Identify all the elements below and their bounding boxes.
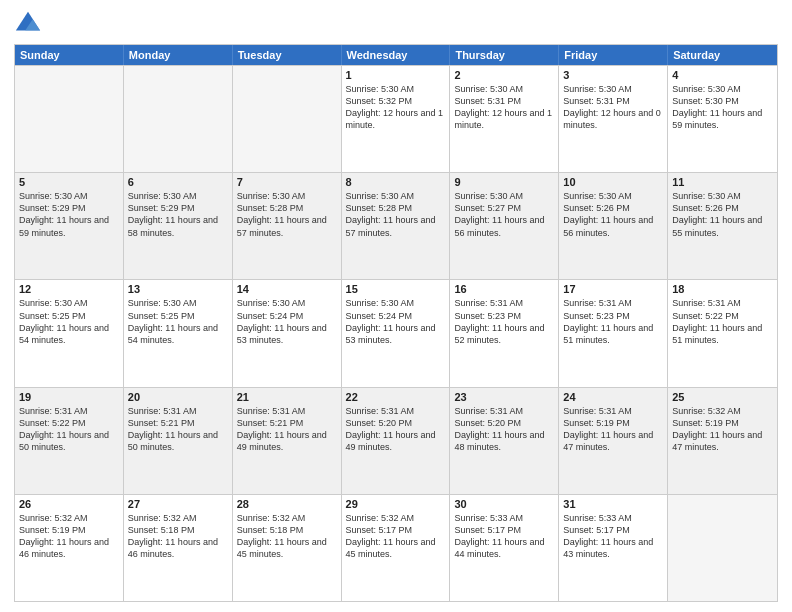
cell-info: Sunrise: 5:30 AMSunset: 5:26 PMDaylight:… — [672, 190, 773, 239]
calendar-cell: 7Sunrise: 5:30 AMSunset: 5:28 PMDaylight… — [233, 173, 342, 279]
cell-info: Sunrise: 5:32 AMSunset: 5:19 PMDaylight:… — [19, 512, 119, 561]
cell-info: Sunrise: 5:30 AMSunset: 5:31 PMDaylight:… — [563, 83, 663, 132]
page: SundayMondayTuesdayWednesdayThursdayFrid… — [0, 0, 792, 612]
calendar-cell: 13Sunrise: 5:30 AMSunset: 5:25 PMDayligh… — [124, 280, 233, 386]
day-number: 14 — [237, 283, 337, 295]
header — [14, 10, 778, 38]
calendar-cell: 22Sunrise: 5:31 AMSunset: 5:20 PMDayligh… — [342, 388, 451, 494]
day-number: 4 — [672, 69, 773, 81]
cell-info: Sunrise: 5:30 AMSunset: 5:29 PMDaylight:… — [128, 190, 228, 239]
calendar-cell: 10Sunrise: 5:30 AMSunset: 5:26 PMDayligh… — [559, 173, 668, 279]
day-header-friday: Friday — [559, 45, 668, 65]
day-number: 20 — [128, 391, 228, 403]
logo — [14, 10, 46, 38]
cell-info: Sunrise: 5:31 AMSunset: 5:21 PMDaylight:… — [237, 405, 337, 454]
cell-info: Sunrise: 5:33 AMSunset: 5:17 PMDaylight:… — [454, 512, 554, 561]
day-number: 28 — [237, 498, 337, 510]
calendar-cell: 2Sunrise: 5:30 AMSunset: 5:31 PMDaylight… — [450, 66, 559, 172]
day-number: 23 — [454, 391, 554, 403]
calendar-cell: 15Sunrise: 5:30 AMSunset: 5:24 PMDayligh… — [342, 280, 451, 386]
day-header-saturday: Saturday — [668, 45, 777, 65]
calendar-body: 1Sunrise: 5:30 AMSunset: 5:32 PMDaylight… — [15, 65, 777, 601]
cell-info: Sunrise: 5:32 AMSunset: 5:18 PMDaylight:… — [128, 512, 228, 561]
day-number: 18 — [672, 283, 773, 295]
calendar-row-0: 1Sunrise: 5:30 AMSunset: 5:32 PMDaylight… — [15, 65, 777, 172]
calendar-cell — [124, 66, 233, 172]
day-number: 8 — [346, 176, 446, 188]
calendar-cell: 31Sunrise: 5:33 AMSunset: 5:17 PMDayligh… — [559, 495, 668, 601]
cell-info: Sunrise: 5:30 AMSunset: 5:25 PMDaylight:… — [128, 297, 228, 346]
day-number: 6 — [128, 176, 228, 188]
calendar-cell: 17Sunrise: 5:31 AMSunset: 5:23 PMDayligh… — [559, 280, 668, 386]
calendar-cell: 25Sunrise: 5:32 AMSunset: 5:19 PMDayligh… — [668, 388, 777, 494]
calendar-row-3: 19Sunrise: 5:31 AMSunset: 5:22 PMDayligh… — [15, 387, 777, 494]
calendar-header: SundayMondayTuesdayWednesdayThursdayFrid… — [15, 45, 777, 65]
cell-info: Sunrise: 5:30 AMSunset: 5:24 PMDaylight:… — [237, 297, 337, 346]
cell-info: Sunrise: 5:31 AMSunset: 5:23 PMDaylight:… — [563, 297, 663, 346]
cell-info: Sunrise: 5:30 AMSunset: 5:29 PMDaylight:… — [19, 190, 119, 239]
calendar-cell: 30Sunrise: 5:33 AMSunset: 5:17 PMDayligh… — [450, 495, 559, 601]
cell-info: Sunrise: 5:30 AMSunset: 5:28 PMDaylight:… — [346, 190, 446, 239]
calendar: SundayMondayTuesdayWednesdayThursdayFrid… — [14, 44, 778, 602]
day-number: 2 — [454, 69, 554, 81]
calendar-cell: 4Sunrise: 5:30 AMSunset: 5:30 PMDaylight… — [668, 66, 777, 172]
day-header-thursday: Thursday — [450, 45, 559, 65]
day-number: 11 — [672, 176, 773, 188]
logo-icon — [14, 10, 42, 38]
calendar-cell: 12Sunrise: 5:30 AMSunset: 5:25 PMDayligh… — [15, 280, 124, 386]
cell-info: Sunrise: 5:31 AMSunset: 5:22 PMDaylight:… — [19, 405, 119, 454]
day-number: 24 — [563, 391, 663, 403]
calendar-cell: 6Sunrise: 5:30 AMSunset: 5:29 PMDaylight… — [124, 173, 233, 279]
calendar-row-1: 5Sunrise: 5:30 AMSunset: 5:29 PMDaylight… — [15, 172, 777, 279]
day-number: 27 — [128, 498, 228, 510]
calendar-cell: 27Sunrise: 5:32 AMSunset: 5:18 PMDayligh… — [124, 495, 233, 601]
day-number: 15 — [346, 283, 446, 295]
day-number: 13 — [128, 283, 228, 295]
calendar-cell: 26Sunrise: 5:32 AMSunset: 5:19 PMDayligh… — [15, 495, 124, 601]
day-number: 31 — [563, 498, 663, 510]
day-number: 5 — [19, 176, 119, 188]
calendar-cell: 28Sunrise: 5:32 AMSunset: 5:18 PMDayligh… — [233, 495, 342, 601]
cell-info: Sunrise: 5:30 AMSunset: 5:31 PMDaylight:… — [454, 83, 554, 132]
cell-info: Sunrise: 5:31 AMSunset: 5:19 PMDaylight:… — [563, 405, 663, 454]
day-number: 7 — [237, 176, 337, 188]
day-number: 26 — [19, 498, 119, 510]
cell-info: Sunrise: 5:32 AMSunset: 5:17 PMDaylight:… — [346, 512, 446, 561]
calendar-cell: 21Sunrise: 5:31 AMSunset: 5:21 PMDayligh… — [233, 388, 342, 494]
cell-info: Sunrise: 5:33 AMSunset: 5:17 PMDaylight:… — [563, 512, 663, 561]
calendar-row-4: 26Sunrise: 5:32 AMSunset: 5:19 PMDayligh… — [15, 494, 777, 601]
calendar-cell: 29Sunrise: 5:32 AMSunset: 5:17 PMDayligh… — [342, 495, 451, 601]
calendar-cell: 8Sunrise: 5:30 AMSunset: 5:28 PMDaylight… — [342, 173, 451, 279]
day-number: 17 — [563, 283, 663, 295]
day-number: 1 — [346, 69, 446, 81]
cell-info: Sunrise: 5:30 AMSunset: 5:32 PMDaylight:… — [346, 83, 446, 132]
calendar-cell — [668, 495, 777, 601]
calendar-cell: 19Sunrise: 5:31 AMSunset: 5:22 PMDayligh… — [15, 388, 124, 494]
cell-info: Sunrise: 5:30 AMSunset: 5:24 PMDaylight:… — [346, 297, 446, 346]
calendar-cell: 9Sunrise: 5:30 AMSunset: 5:27 PMDaylight… — [450, 173, 559, 279]
day-number: 16 — [454, 283, 554, 295]
calendar-cell: 5Sunrise: 5:30 AMSunset: 5:29 PMDaylight… — [15, 173, 124, 279]
cell-info: Sunrise: 5:30 AMSunset: 5:26 PMDaylight:… — [563, 190, 663, 239]
day-number: 30 — [454, 498, 554, 510]
day-header-sunday: Sunday — [15, 45, 124, 65]
cell-info: Sunrise: 5:32 AMSunset: 5:19 PMDaylight:… — [672, 405, 773, 454]
cell-info: Sunrise: 5:31 AMSunset: 5:22 PMDaylight:… — [672, 297, 773, 346]
calendar-cell: 3Sunrise: 5:30 AMSunset: 5:31 PMDaylight… — [559, 66, 668, 172]
day-header-tuesday: Tuesday — [233, 45, 342, 65]
day-number: 22 — [346, 391, 446, 403]
day-number: 9 — [454, 176, 554, 188]
calendar-cell: 1Sunrise: 5:30 AMSunset: 5:32 PMDaylight… — [342, 66, 451, 172]
calendar-cell: 20Sunrise: 5:31 AMSunset: 5:21 PMDayligh… — [124, 388, 233, 494]
cell-info: Sunrise: 5:31 AMSunset: 5:20 PMDaylight:… — [454, 405, 554, 454]
calendar-cell: 18Sunrise: 5:31 AMSunset: 5:22 PMDayligh… — [668, 280, 777, 386]
calendar-cell — [233, 66, 342, 172]
cell-info: Sunrise: 5:32 AMSunset: 5:18 PMDaylight:… — [237, 512, 337, 561]
cell-info: Sunrise: 5:31 AMSunset: 5:21 PMDaylight:… — [128, 405, 228, 454]
cell-info: Sunrise: 5:30 AMSunset: 5:27 PMDaylight:… — [454, 190, 554, 239]
day-number: 21 — [237, 391, 337, 403]
calendar-cell — [15, 66, 124, 172]
calendar-cell: 14Sunrise: 5:30 AMSunset: 5:24 PMDayligh… — [233, 280, 342, 386]
calendar-cell: 16Sunrise: 5:31 AMSunset: 5:23 PMDayligh… — [450, 280, 559, 386]
day-header-monday: Monday — [124, 45, 233, 65]
